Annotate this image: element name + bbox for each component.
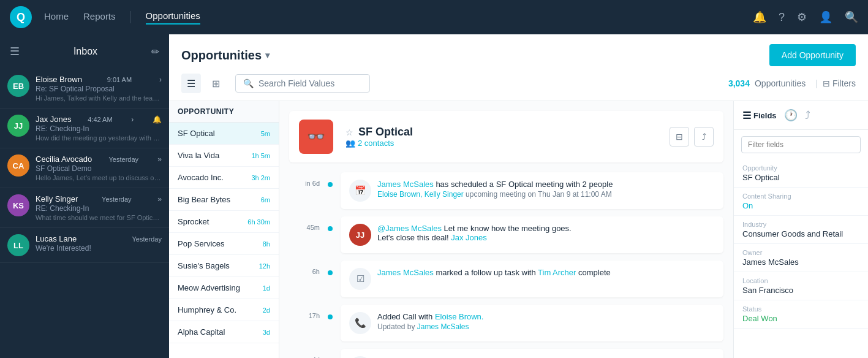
opp-list-item[interactable]: Humphrey & Co. 2d — [169, 299, 279, 321]
opp-list-item[interactable]: SF Optical 5m — [169, 123, 279, 145]
opp-list-item[interactable]: Meow Advertising 1d — [169, 277, 279, 299]
add-opportunity-button[interactable]: Add Opportunity — [769, 44, 856, 66]
star-icon[interactable]: ☆ — [345, 128, 353, 137]
opp-item-name: Sprocket — [178, 217, 209, 226]
inbox-item[interactable]: LL Lucas Lane Yesterday We're Interested… — [0, 228, 169, 263]
inbox-item[interactable]: CA Cecilia Avocado Yesterday » SF Optica… — [0, 148, 169, 188]
nav-opportunities[interactable]: Opportunities — [146, 10, 200, 25]
timeline-entry: 6h ☑ James McSales marked a follow up ta… — [289, 261, 723, 297]
opp-list: Opportunity SF Optical 5m Viva la Vida 1… — [169, 101, 279, 358]
field-value: James McSales — [742, 257, 859, 267]
timeline-entry: in 6d 📅 James McSales has scheduled a SF… — [289, 172, 723, 209]
fields-tab-label: Fields — [753, 111, 777, 120]
filter-fields-input[interactable] — [741, 136, 861, 153]
edit-icon[interactable]: ✏ — [151, 46, 159, 58]
person-link[interactable]: Jax Jones — [451, 233, 487, 242]
feed-contacts[interactable]: 👥 2 contacts — [345, 139, 662, 148]
opp-list-item[interactable]: Big Bear Bytes 6m — [169, 189, 279, 211]
fields-tab[interactable]: ☰ Fields — [742, 110, 777, 121]
timeline-time: 17h — [289, 305, 320, 319]
clock-tab-icon[interactable]: 🕐 — [784, 109, 798, 122]
inbox-item[interactable]: EB Eloise Brown 9:01 AM › Re: SF Optical… — [0, 69, 169, 109]
inbox-item[interactable]: JJ Jax Jones 4:42 AM › 🔔 RE: Checking-In… — [0, 109, 169, 148]
logo: Q — [10, 6, 32, 28]
content-area: Opportunities ▾ Add Opportunity ☰ ⊞ 🔍 Se… — [169, 34, 868, 358]
feed-opp-info: ☆ SF Optical — [345, 126, 662, 139]
share-tab-icon[interactable]: ⤴ — [805, 109, 810, 122]
field-label: Content Sharing — [742, 192, 859, 200]
inbox-sender-name: Lucas Lane — [36, 234, 77, 243]
inbox-item-content: Cecilia Avocado Yesterday » SF Optical D… — [36, 154, 162, 181]
opp-item-name: Avocado Inc. — [178, 173, 224, 182]
nav-home[interactable]: Home — [44, 11, 69, 24]
opp-list-item[interactable]: Viva la Vida 1h 5m — [169, 145, 279, 167]
person-link[interactable]: James McSales — [377, 180, 434, 189]
fields-icon: ☰ — [742, 110, 751, 121]
notification-icon[interactable]: 🔔 — [753, 10, 766, 24]
settings-icon[interactable]: ⚙ — [797, 10, 807, 24]
nav-divider — [130, 11, 131, 23]
share-action-button[interactable]: ⤴ — [694, 127, 714, 147]
search-icon[interactable]: 🔍 — [845, 10, 858, 24]
fields-filter — [741, 136, 861, 153]
person-link[interactable]: Eloise Brown. — [435, 312, 483, 321]
opp-list-item[interactable]: Pop Services 8h — [169, 233, 279, 255]
hamburger-icon[interactable]: ☰ — [10, 45, 20, 58]
filter-icon: ⊟ — [823, 78, 830, 88]
opp-item-time: 6h 30m — [247, 218, 270, 226]
card-text: @James McSales Let me know how the meeti… — [349, 224, 715, 242]
inbox-sender-name: Jax Jones — [36, 115, 72, 124]
person-link[interactable]: Tim Archer — [538, 268, 576, 277]
timeline-entry: 4d ✉ James McSales and Eloise Brown had … — [289, 349, 723, 358]
chevron-icon: » — [157, 195, 162, 204]
inbox-item-content: Eloise Brown 9:01 AM › Re: SF Optical Pr… — [36, 75, 162, 102]
search-bar[interactable]: 🔍 Search Field Values — [235, 74, 370, 93]
opp-item-time: 8h — [263, 240, 270, 248]
opp-list-item[interactable]: Susie's Bagels 12h — [169, 255, 279, 277]
help-icon[interactable]: ? — [779, 11, 785, 24]
opp-item-time: 12h — [259, 262, 270, 270]
field-group: Opportunity SF Optical — [734, 159, 868, 188]
opp-item-time: 3d — [263, 329, 270, 336]
opp-list-item[interactable]: Sprocket 6h 30m — [169, 211, 279, 233]
opp-list-item[interactable]: Alpha Capital 3d — [169, 321, 279, 343]
timeline-dot — [327, 349, 333, 358]
person-link[interactable]: James McSales — [417, 322, 469, 331]
opp-list-header: Opportunity — [169, 101, 279, 123]
avatar: KS — [7, 194, 29, 216]
opp-logo-icon: 👓 — [307, 128, 325, 145]
opp-dropdown-icon[interactable]: ▾ — [265, 50, 270, 60]
nav-right: 🔔 ? ⚙ 👤 🔍 — [753, 10, 858, 24]
inbox-preview: Hi James, Talked with Kelly and the team… — [36, 94, 162, 102]
nav-reports[interactable]: Reports — [83, 11, 116, 24]
opp-list-item[interactable]: Avocado Inc. 3h 2m — [169, 167, 279, 189]
opp-logo: 👓 — [299, 120, 333, 154]
person-link[interactable]: Eloise Brown, Kelly Singer — [377, 190, 464, 199]
filters-button[interactable]: ⊟ Filters — [823, 78, 856, 88]
opp-item-name: Susie's Bagels — [178, 261, 230, 270]
feed-opp-name: SF Optical — [358, 126, 413, 139]
inbox-item[interactable]: KS Kelly Singer Yesterday » RE: Checking… — [0, 188, 169, 228]
field-value: Consumer Goods and Retail — [742, 229, 859, 238]
chevron-icon: » — [157, 155, 162, 164]
grid-view-icon[interactable]: ⊞ — [206, 74, 225, 93]
opp-item-time: 3h 2m — [251, 174, 270, 181]
filter-action-button[interactable]: ⊟ — [670, 127, 689, 147]
person-link[interactable]: James McSales — [377, 268, 434, 277]
inbox-panel: ☰ Inbox ✏ EB Eloise Brown 9:01 AM › Re: … — [0, 34, 169, 358]
user-icon[interactable]: 👤 — [819, 10, 832, 24]
opp-item-name: Pop Services — [178, 239, 225, 248]
chevron-icon: › — [131, 115, 134, 124]
mention-link[interactable]: @James McSales — [377, 224, 442, 233]
avatar: CA — [7, 154, 29, 177]
opp-item-name: Meow Advertising — [178, 283, 240, 292]
phone-icon: 📞 — [349, 312, 371, 334]
fields-panel-header: ☰ Fields 🕐 ⤴ — [734, 101, 868, 130]
opp-item-time: 5m — [261, 130, 270, 137]
activity-feed: 👓 ☆ SF Optical 👥 2 contacts ⊟ — [279, 101, 733, 358]
inbox-subject: RE: Checking-In — [36, 204, 162, 213]
list-view-icon[interactable]: ☰ — [181, 74, 201, 93]
timeline-dot — [327, 305, 333, 319]
inbox-subject: Re: SF Optical Proposal — [36, 85, 162, 93]
inbox-time: 9:01 AM — [107, 76, 132, 83]
